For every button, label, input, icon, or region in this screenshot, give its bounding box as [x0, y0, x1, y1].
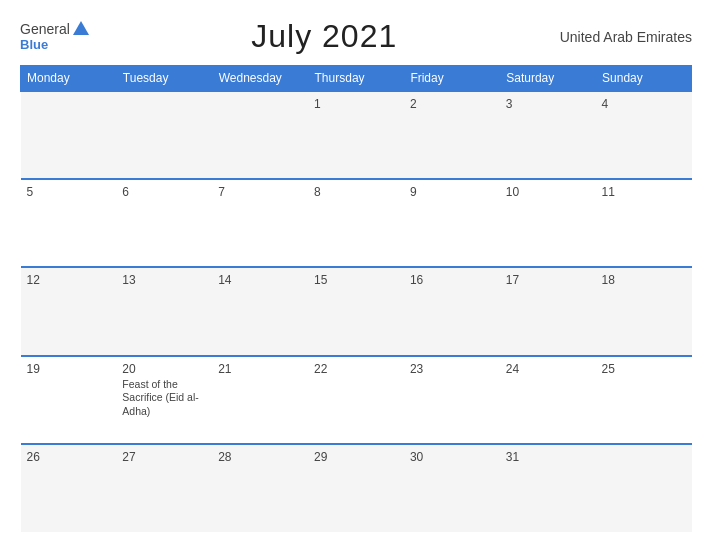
calendar-cell: 26: [21, 444, 117, 532]
calendar-cell: 6: [116, 179, 212, 267]
day-number: 5: [27, 185, 111, 199]
calendar-week-row: 262728293031: [21, 444, 692, 532]
calendar-cell: 27: [116, 444, 212, 532]
calendar-cell: 14: [212, 267, 308, 355]
day-number: 1: [314, 97, 398, 111]
calendar-cell: 1: [308, 91, 404, 179]
calendar-week-row: 567891011: [21, 179, 692, 267]
event-text: Feast of the Sacrifice (Eid al-Adha): [122, 378, 206, 419]
country-name: United Arab Emirates: [560, 29, 692, 45]
calendar-cell: 30: [404, 444, 500, 532]
weekday-header-wednesday: Wednesday: [212, 66, 308, 92]
day-number: 26: [27, 450, 111, 464]
weekday-header-row: MondayTuesdayWednesdayThursdayFridaySatu…: [21, 66, 692, 92]
day-number: 27: [122, 450, 206, 464]
weekday-header-friday: Friday: [404, 66, 500, 92]
logo-general-text: General: [20, 21, 70, 37]
day-number: 4: [602, 97, 686, 111]
calendar-cell: 10: [500, 179, 596, 267]
day-number: 21: [218, 362, 302, 376]
day-number: 29: [314, 450, 398, 464]
calendar-cell: 4: [596, 91, 692, 179]
day-number: 6: [122, 185, 206, 199]
day-number: 22: [314, 362, 398, 376]
calendar-cell: 12: [21, 267, 117, 355]
day-number: 19: [27, 362, 111, 376]
logo-triangle-icon: [73, 21, 89, 35]
calendar-cell: 15: [308, 267, 404, 355]
calendar-cell: 11: [596, 179, 692, 267]
weekday-header-saturday: Saturday: [500, 66, 596, 92]
day-number: 14: [218, 273, 302, 287]
calendar-cell: 9: [404, 179, 500, 267]
day-number: 25: [602, 362, 686, 376]
calendar-cell: 8: [308, 179, 404, 267]
logo: General Blue: [20, 21, 89, 52]
calendar-cell: 7: [212, 179, 308, 267]
day-number: 7: [218, 185, 302, 199]
calendar-cell: 31: [500, 444, 596, 532]
calendar-cell: 3: [500, 91, 596, 179]
day-number: 15: [314, 273, 398, 287]
calendar-cell: 25: [596, 356, 692, 444]
calendar-cell: 17: [500, 267, 596, 355]
calendar-cell: 5: [21, 179, 117, 267]
calendar-cell: [21, 91, 117, 179]
day-number: 28: [218, 450, 302, 464]
day-number: 20: [122, 362, 206, 376]
day-number: 16: [410, 273, 494, 287]
calendar-cell: 18: [596, 267, 692, 355]
day-number: 13: [122, 273, 206, 287]
calendar-table: MondayTuesdayWednesdayThursdayFridaySatu…: [20, 65, 692, 532]
calendar-cell: 13: [116, 267, 212, 355]
day-number: 8: [314, 185, 398, 199]
day-number: 24: [506, 362, 590, 376]
calendar-week-row: 1234: [21, 91, 692, 179]
day-number: 3: [506, 97, 590, 111]
weekday-header-monday: Monday: [21, 66, 117, 92]
day-number: 2: [410, 97, 494, 111]
day-number: 31: [506, 450, 590, 464]
day-number: 9: [410, 185, 494, 199]
calendar-cell: 29: [308, 444, 404, 532]
calendar-cell: 16: [404, 267, 500, 355]
calendar-cell: 22: [308, 356, 404, 444]
calendar-cell: 2: [404, 91, 500, 179]
calendar-cell: 19: [21, 356, 117, 444]
day-number: 11: [602, 185, 686, 199]
calendar-cell: 20Feast of the Sacrifice (Eid al-Adha): [116, 356, 212, 444]
calendar-cell: 28: [212, 444, 308, 532]
weekday-header-tuesday: Tuesday: [116, 66, 212, 92]
calendar-cell: [212, 91, 308, 179]
calendar-week-row: 12131415161718: [21, 267, 692, 355]
calendar-page: General Blue July 2021 United Arab Emira…: [0, 0, 712, 550]
calendar-cell: 24: [500, 356, 596, 444]
day-number: 12: [27, 273, 111, 287]
day-number: 17: [506, 273, 590, 287]
logo-blue-text: Blue: [20, 37, 48, 52]
day-number: 30: [410, 450, 494, 464]
weekday-header-sunday: Sunday: [596, 66, 692, 92]
calendar-cell: [596, 444, 692, 532]
calendar-week-row: 1920Feast of the Sacrifice (Eid al-Adha)…: [21, 356, 692, 444]
calendar-header: General Blue July 2021 United Arab Emira…: [20, 18, 692, 55]
calendar-cell: 21: [212, 356, 308, 444]
day-number: 23: [410, 362, 494, 376]
calendar-title: July 2021: [251, 18, 397, 55]
calendar-cell: [116, 91, 212, 179]
day-number: 10: [506, 185, 590, 199]
weekday-header-thursday: Thursday: [308, 66, 404, 92]
day-number: 18: [602, 273, 686, 287]
calendar-cell: 23: [404, 356, 500, 444]
